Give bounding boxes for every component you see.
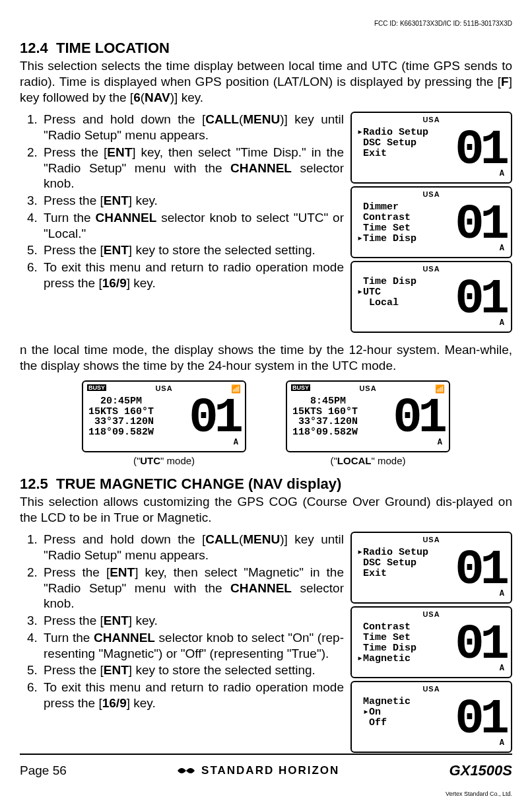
step-2: Press the [ENT] key, then select "Time D…	[41, 145, 344, 192]
section-12-4-intro: This selection selects the time display …	[20, 58, 512, 105]
model-number: GX1500S	[449, 762, 512, 779]
step-4: Turn the CHANNEL selector knob to select…	[41, 210, 344, 242]
lcd-time-disp-select: USA Dimmer Contrast Time Set ▸Time Disp …	[350, 186, 512, 258]
lcd-on-off: USA Magnetic ▸On Off 01 A	[350, 681, 512, 753]
fcc-id: FCC ID: K6630173X3D/IC ID: 511B-30173X3D	[374, 20, 512, 27]
section-12-4-steps: Press and hold down the [CALL(MENU)] key…	[20, 112, 344, 292]
brand-text: STANDARD HORIZON	[201, 764, 339, 777]
step-3: Press the [ENT] key.	[41, 613, 344, 629]
lcd-local-mode: USA BUSY 📶 8:45PM 15KTS 160°T 33°37.120N…	[286, 380, 450, 452]
lcd-menu-text: ▸Radio Setup DSC Setup Exit	[357, 127, 428, 158]
time-mode-note: n the local time mode, the display shows…	[20, 342, 512, 374]
step-2: Press the [ENT] key, then select "Magnet…	[41, 565, 344, 612]
lcd-radio-setup-2: USA ▸Radio Setup DSC Setup Exit 01 A	[350, 532, 512, 604]
step-5: Press the [ENT] key to store the selecte…	[41, 662, 344, 678]
brand-mark-icon	[176, 764, 196, 777]
step-3: Press the [ENT] key.	[41, 193, 344, 209]
page-footer: Page 56 STANDARD HORIZON GX1500S	[20, 754, 512, 783]
brand-logo: STANDARD HORIZON	[176, 764, 339, 777]
step-5: Press the [ENT] key to store the selecte…	[41, 242, 344, 258]
step-1: Press and hold down the [CALL(MENU)] key…	[41, 532, 344, 563]
section-12-5-steps: Press and hold down the [CALL(MENU)] key…	[20, 532, 344, 712]
lcd-channel-number: 01	[455, 121, 506, 178]
busy-indicator: BUSY	[87, 384, 106, 391]
local-mode-caption: ("LOCAL" mode)	[286, 455, 450, 466]
company-name: Vertex Standard Co., Ltd.	[446, 791, 512, 797]
page-number: Page 56	[20, 763, 67, 778]
lcd-magnetic-select: USA Contrast Time Set Time Disp ▸Magneti…	[350, 606, 512, 678]
step-6: To exit this menu and return to radio op…	[41, 680, 344, 711]
step-4: Turn the CHANNEL selector knob to select…	[41, 630, 344, 662]
section-12-5-intro: This selection allows customizing the GP…	[20, 494, 512, 526]
busy-indicator: BUSY	[291, 384, 310, 391]
lcd-sub-indicator: A	[500, 169, 504, 178]
step-1: Press and hold down the [CALL(MENU)] key…	[41, 112, 344, 143]
lcd-utc-mode: USA BUSY 📶 20:45PM 15KTS 160°T 33°37.120…	[82, 380, 246, 452]
lcd-utc-local: USA Time Disp ▸UTC Local 01 A	[350, 261, 512, 333]
step-6: To exit this menu and return to radio op…	[41, 260, 344, 291]
section-12-5-title: 12.5 TRUE MAGNETIC CHANGE (NAV display)	[20, 475, 512, 493]
utc-mode-caption: ("UTC" mode)	[82, 455, 246, 466]
section-12-4-title: 12.4 TIME LOCATION	[20, 40, 512, 57]
lcd-radio-setup: USA ▸Radio Setup DSC Setup Exit 01 A	[350, 112, 512, 184]
